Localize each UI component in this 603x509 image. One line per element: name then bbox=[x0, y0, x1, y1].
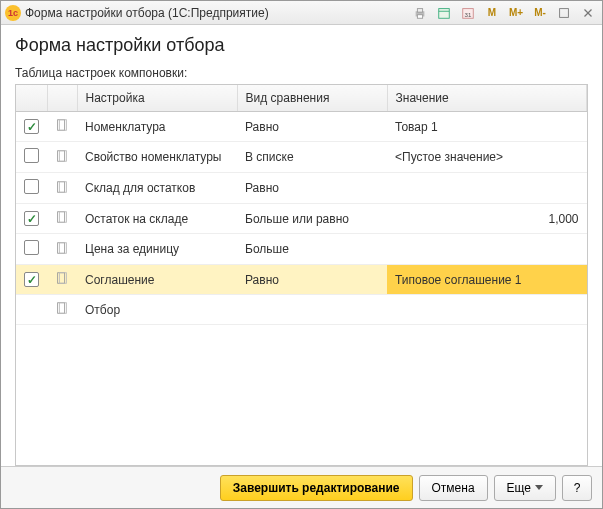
print-icon[interactable] bbox=[410, 4, 430, 22]
row-compare: Больше или равно bbox=[237, 204, 387, 234]
table-row[interactable]: Остаток на складеБольше или равно1,000 bbox=[16, 204, 587, 234]
svg-rect-1 bbox=[417, 8, 422, 12]
col-header-icon[interactable] bbox=[47, 85, 77, 112]
window-maximize-icon[interactable] bbox=[554, 4, 574, 22]
window-title: Форма настройки отбора (1С:Предприятие) bbox=[25, 6, 269, 20]
titlebar: 1c Форма настройки отбора (1С:Предприяти… bbox=[1, 1, 602, 25]
page-title: Форма настройки отбора bbox=[15, 35, 588, 56]
row-value[interactable] bbox=[387, 173, 587, 204]
svg-rect-13 bbox=[59, 150, 66, 161]
row-value[interactable]: <Пустое значение> bbox=[387, 142, 587, 173]
col-header-value[interactable]: Значение bbox=[387, 85, 587, 112]
row-compare bbox=[237, 295, 387, 325]
row-setting-label: Остаток на складе bbox=[77, 204, 237, 234]
row-compare: Равно bbox=[237, 265, 387, 295]
more-button-label: Еще bbox=[507, 481, 531, 495]
table-row[interactable]: НоменклатураРавноТовар 1 bbox=[16, 112, 587, 142]
row-value[interactable]: Типовое соглашение 1 bbox=[387, 265, 587, 295]
setting-icon bbox=[55, 304, 69, 318]
setting-icon bbox=[55, 121, 69, 135]
col-header-compare[interactable]: Вид сравнения bbox=[237, 85, 387, 112]
col-header-setting[interactable]: Настройка bbox=[77, 85, 237, 112]
svg-rect-23 bbox=[59, 303, 66, 314]
row-value[interactable] bbox=[387, 295, 587, 325]
calendar-icon[interactable] bbox=[434, 4, 454, 22]
svg-rect-19 bbox=[59, 242, 66, 253]
footer: Завершить редактирование Отмена Еще ? bbox=[1, 466, 602, 508]
row-checkbox[interactable] bbox=[24, 272, 39, 287]
col-header-check[interactable] bbox=[16, 85, 47, 112]
table-row[interactable]: Склад для остатковРавно bbox=[16, 173, 587, 204]
table-row[interactable]: СоглашениеРавноТиповое соглашение 1 bbox=[16, 265, 587, 295]
svg-text:31: 31 bbox=[465, 10, 472, 17]
svg-rect-22 bbox=[58, 303, 65, 314]
setting-icon bbox=[55, 152, 69, 166]
row-value[interactable]: 1,000 bbox=[387, 204, 587, 234]
row-compare: В списке bbox=[237, 142, 387, 173]
settings-table-wrap: Настройка Вид сравнения Значение Номенкл… bbox=[15, 84, 588, 466]
help-button[interactable]: ? bbox=[562, 475, 592, 501]
memory-mminus-button[interactable]: M- bbox=[530, 4, 550, 22]
svg-rect-2 bbox=[417, 14, 422, 18]
svg-rect-3 bbox=[439, 8, 450, 18]
setting-icon bbox=[55, 244, 69, 258]
svg-rect-15 bbox=[59, 181, 66, 192]
svg-rect-21 bbox=[59, 273, 66, 284]
memory-mplus-button[interactable]: M+ bbox=[506, 4, 526, 22]
app-icon: 1c bbox=[5, 5, 21, 21]
cancel-button[interactable]: Отмена bbox=[419, 475, 488, 501]
row-checkbox[interactable] bbox=[24, 240, 39, 255]
svg-rect-18 bbox=[58, 242, 65, 253]
svg-rect-11 bbox=[59, 120, 66, 131]
row-compare: Равно bbox=[237, 173, 387, 204]
table-caption: Таблица настроек компоновки: bbox=[15, 66, 588, 80]
svg-rect-20 bbox=[58, 273, 65, 284]
svg-rect-17 bbox=[59, 212, 66, 223]
window-close-icon[interactable] bbox=[578, 4, 598, 22]
more-button[interactable]: Еще bbox=[494, 475, 556, 501]
settings-table: Настройка Вид сравнения Значение Номенкл… bbox=[16, 85, 587, 325]
row-setting-label: Свойство номенклатуры bbox=[77, 142, 237, 173]
row-value[interactable]: Товар 1 bbox=[387, 112, 587, 142]
setting-icon bbox=[55, 274, 69, 288]
setting-icon bbox=[55, 183, 69, 197]
row-checkbox[interactable] bbox=[24, 119, 39, 134]
table-row[interactable]: Свойство номенклатурыВ списке<Пустое зна… bbox=[16, 142, 587, 173]
memory-m-button[interactable]: M bbox=[482, 4, 502, 22]
table-row[interactable]: Отбор bbox=[16, 295, 587, 325]
svg-rect-12 bbox=[58, 150, 65, 161]
svg-rect-14 bbox=[58, 181, 65, 192]
row-setting-label: Соглашение bbox=[77, 265, 237, 295]
setting-icon bbox=[55, 213, 69, 227]
table-row[interactable]: Цена за единицуБольше bbox=[16, 234, 587, 265]
calendar-date-icon[interactable]: 31 bbox=[458, 4, 478, 22]
row-setting-label: Склад для остатков bbox=[77, 173, 237, 204]
row-setting-label: Отбор bbox=[77, 295, 237, 325]
row-checkbox[interactable] bbox=[24, 211, 39, 226]
chevron-down-icon bbox=[535, 485, 543, 490]
finish-editing-button[interactable]: Завершить редактирование bbox=[220, 475, 413, 501]
row-checkbox[interactable] bbox=[24, 148, 39, 163]
row-compare: Больше bbox=[237, 234, 387, 265]
row-compare: Равно bbox=[237, 112, 387, 142]
row-checkbox[interactable] bbox=[24, 179, 39, 194]
content-area: Форма настройки отбора Таблица настроек … bbox=[1, 25, 602, 466]
row-setting-label: Номенклатура bbox=[77, 112, 237, 142]
svg-rect-7 bbox=[560, 8, 569, 17]
row-setting-label: Цена за единицу bbox=[77, 234, 237, 265]
svg-rect-16 bbox=[58, 212, 65, 223]
svg-rect-10 bbox=[58, 120, 65, 131]
row-value[interactable] bbox=[387, 234, 587, 265]
